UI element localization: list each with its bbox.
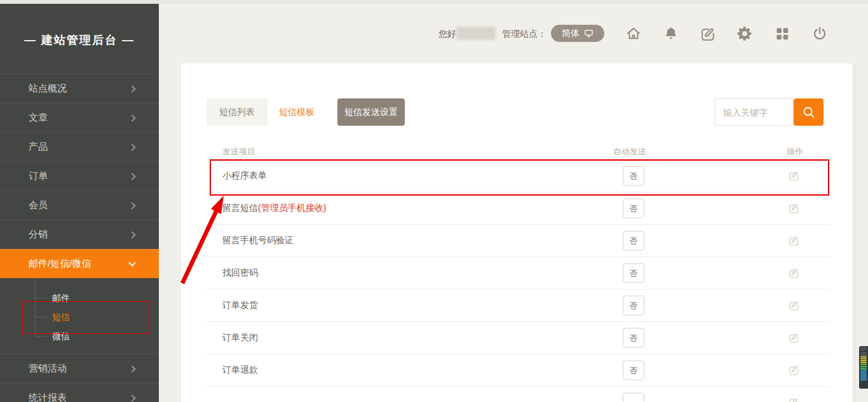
- edit-icon[interactable]: [788, 299, 801, 312]
- auto-send-toggle[interactable]: [623, 393, 644, 402]
- chevron-right-icon: [128, 394, 135, 401]
- table-row-partial-row: [207, 387, 829, 402]
- auto-send-toggle[interactable]: 否: [623, 328, 644, 348]
- sidebar-item-label: 站点概况: [29, 83, 67, 95]
- widget-bar: [860, 356, 867, 358]
- sidebar-subitem-wechat[interactable]: 微信: [0, 326, 159, 345]
- table-row-order-closed: 订单关闭否: [207, 322, 829, 354]
- table-header: 发送项目 自动发送 操作: [207, 145, 829, 159]
- widget-bar: [860, 372, 867, 373]
- auto-send-toggle[interactable]: 否: [623, 231, 644, 251]
- sidebar-item-label: 营销活动: [29, 363, 67, 375]
- widget-bar: [860, 362, 867, 363]
- language-pill[interactable]: 简体: [551, 25, 604, 42]
- sidebar-nav: 站点概况文章产品订单会员分销 邮件/短信/微信 邮件短信微信 营销活动统计报表: [0, 74, 159, 402]
- language-label: 简体: [562, 28, 580, 39]
- chevron-right-icon: [128, 202, 135, 209]
- sidebar-item-reports[interactable]: 统计报表: [0, 383, 159, 402]
- column-operation: 操作: [787, 146, 803, 157]
- widget-bar: [860, 370, 867, 371]
- sidebar-item-products[interactable]: 产品: [0, 132, 159, 161]
- sidebar-item-label: 分销: [29, 229, 48, 241]
- widget-bar: [860, 354, 867, 356]
- tab-sms-list[interactable]: 短信列表: [207, 98, 268, 126]
- gear-icon[interactable]: [736, 25, 753, 42]
- column-auto-send: 自动发送: [613, 146, 646, 157]
- chevron-right-icon: [128, 231, 135, 238]
- edit-icon[interactable]: [788, 234, 801, 247]
- sidebar-item-distribution[interactable]: 分销: [0, 220, 159, 249]
- sidebar-item-label: 订单: [29, 170, 48, 182]
- sidebar-item-members[interactable]: 会员: [0, 191, 159, 220]
- widget-bar: [860, 366, 867, 367]
- chevron-right-icon: [128, 173, 135, 180]
- sidebar-item-email-sms-wechat[interactable]: 邮件/短信/微信: [0, 249, 159, 278]
- sidebar-subitem-sms[interactable]: 短信: [0, 307, 159, 326]
- scrollbar-track[interactable]: [855, 64, 855, 402]
- table-body: 小程序表单否留言短信(管理员手机接收)否留言手机号码验证否找回密码否订单发货否订…: [207, 160, 829, 402]
- search-button[interactable]: [794, 98, 824, 126]
- widget-bar: [860, 364, 867, 365]
- auto-send-toggle[interactable]: 否: [623, 199, 644, 218]
- auto-send-toggle[interactable]: 否: [623, 296, 644, 316]
- main-panel: 短信列表 短信模板 短信发送设置 发送项目 自动发送 操作 小程序表单否留言短信…: [181, 64, 852, 402]
- widget-bar: [860, 368, 867, 369]
- auto-send-toggle[interactable]: 否: [623, 264, 644, 283]
- table-row-order-shipped: 订单发货否: [207, 290, 829, 322]
- sidebar-menu-top: 站点概况文章产品订单会员分销: [0, 74, 159, 249]
- widget-bar: [860, 352, 867, 354]
- edit-pen-icon[interactable]: [700, 25, 716, 42]
- auto-send-toggle[interactable]: 否: [623, 361, 644, 380]
- sidebar-item-label: 文章: [29, 112, 48, 124]
- apps-grid-icon[interactable]: [774, 25, 790, 42]
- manage-site-label: 管理站点：: [502, 29, 546, 40]
- edit-icon[interactable]: [788, 396, 801, 402]
- table-row-message-phone-verify: 留言手机号码验证否: [207, 225, 829, 257]
- power-icon[interactable]: [811, 25, 828, 42]
- sidebar-item-label: 邮件/短信/微信: [29, 258, 91, 270]
- chevron-right-icon: [128, 85, 135, 92]
- edit-icon[interactable]: [788, 202, 801, 215]
- search-input[interactable]: [715, 98, 794, 126]
- column-send-item: 发送项目: [222, 146, 255, 157]
- overlay-meter-widget[interactable]: [859, 346, 868, 389]
- sidebar-title: — 建站管理后台 —: [0, 24, 159, 56]
- sidebar-item-articles[interactable]: 文章: [0, 103, 159, 132]
- chevron-right-icon: [128, 365, 135, 372]
- edit-icon[interactable]: [788, 267, 801, 279]
- chevron-right-icon: [128, 144, 135, 151]
- sidebar-item-site-overview[interactable]: 站点概况: [0, 74, 159, 103]
- chevron-right-icon: [128, 114, 135, 121]
- bell-icon[interactable]: [663, 25, 679, 42]
- row-name: 小程序表单: [222, 170, 267, 182]
- row-name-note: (管理员手机接收): [258, 203, 326, 213]
- widget-bar: [860, 377, 867, 379]
- widget-bar: [860, 379, 867, 380]
- sidebar-item-marketing[interactable]: 营销活动: [0, 354, 159, 383]
- widget-handle: [860, 347, 867, 351]
- edit-icon[interactable]: [788, 364, 801, 377]
- sidebar-subitem-email[interactable]: 邮件: [0, 288, 159, 307]
- row-name: 订单发货: [222, 300, 258, 311]
- sidebar-submenu: 邮件短信微信: [0, 278, 159, 354]
- header-bar: 您好， 管理站点： 简体: [159, 0, 868, 64]
- chevron-down-icon: [128, 259, 135, 266]
- username-redacted: [456, 27, 496, 40]
- search-icon: [801, 105, 817, 120]
- row-name: 留言手机号码验证: [222, 235, 294, 246]
- sidebar-item-orders[interactable]: 订单: [0, 161, 159, 191]
- auto-send-toggle[interactable]: 否: [623, 166, 644, 186]
- tab-sms-template[interactable]: 短信模板: [268, 98, 326, 126]
- table-row-order-refund: 订单退款否: [207, 354, 829, 387]
- row-name: 订单退款: [222, 365, 258, 376]
- sidebar-item-label: 统计报表: [29, 392, 67, 402]
- widget-bar: [860, 360, 867, 361]
- home-icon[interactable]: [625, 25, 642, 42]
- table-row-mini-program-form: 小程序表单否: [207, 160, 829, 192]
- table-row-message-sms: 留言短信(管理员手机接收)否: [207, 192, 829, 225]
- edit-icon[interactable]: [788, 170, 801, 182]
- monitor-icon: [584, 29, 593, 38]
- row-name: 找回密码: [222, 267, 258, 279]
- sms-send-settings-button[interactable]: 短信发送设置: [337, 98, 405, 126]
- edit-icon[interactable]: [788, 332, 801, 344]
